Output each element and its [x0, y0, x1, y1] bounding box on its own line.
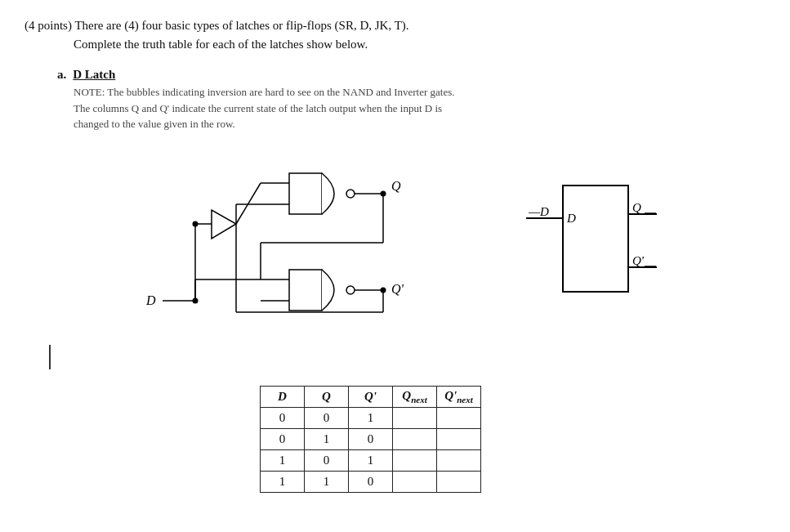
table-cell: 1 — [261, 471, 305, 492]
q-label: Q — [391, 179, 401, 193]
simple-block-diagram: D — D Q — Q' — — [522, 169, 661, 316]
svg-point-17 — [380, 190, 386, 196]
svg-marker-19 — [212, 210, 236, 239]
table-cell — [437, 449, 481, 471]
note-line1: NOTE: The bubbles indicating inversion a… — [74, 84, 629, 101]
note-line2: The columns Q and Q' indicate the curren… — [74, 101, 629, 117]
table-cell — [393, 471, 437, 492]
next-sub-1: next — [411, 395, 427, 405]
table-cell: 0 — [305, 449, 349, 471]
svg-text:D: D — [539, 205, 549, 218]
truth-table-wrapper: D Q Q' Qnext Q'next 001010101110 — [0, 386, 765, 493]
sidebar-marker — [49, 345, 765, 369]
table-cell: 0 — [305, 407, 349, 428]
svg-text:—: — — [644, 206, 657, 218]
table-cell: 0 — [261, 407, 305, 428]
table-cell — [437, 407, 481, 428]
svg-rect-5 — [289, 270, 322, 311]
table-cell — [393, 407, 437, 428]
col-header-qp: Q' — [349, 386, 393, 407]
qprime-label: Q' — [391, 282, 404, 296]
svg-line-20 — [236, 183, 261, 224]
table-cell: 0 — [349, 428, 393, 449]
d-input-label: D — [145, 293, 156, 307]
svg-point-6 — [346, 286, 355, 294]
svg-text:Q': Q' — [632, 254, 645, 267]
svg-rect-28 — [563, 186, 628, 292]
question-header: (4 points) There are (4) four basic type… — [25, 16, 765, 53]
truth-table: D Q Q' Qnext Q'next 001010101110 — [260, 386, 481, 493]
svg-text:Q: Q — [632, 201, 641, 214]
table-row: 010 — [261, 428, 481, 449]
table-cell: 1 — [261, 449, 305, 471]
svg-text:—: — — [644, 259, 657, 271]
note-line3: changed to the value given in the row. — [74, 116, 629, 132]
diagram-area: Q Q' D D — D Q — [25, 149, 765, 337]
next-sub-2: next — [457, 395, 473, 405]
circuit-diagram: Q Q' D — [130, 149, 473, 337]
table-row: 110 — [261, 471, 481, 492]
table-cell: 1 — [305, 471, 349, 492]
part-a-title: D Latch — [73, 68, 115, 82]
part-a-label: a. — [57, 68, 66, 82]
question-line2: Complete the truth table for each of the… — [74, 35, 765, 54]
table-cell — [437, 428, 481, 449]
col-header-qpnext: Q'next — [437, 386, 481, 407]
table-cell: 0 — [349, 471, 393, 492]
svg-point-1 — [346, 190, 355, 198]
table-cell — [393, 449, 437, 471]
svg-point-18 — [380, 287, 386, 293]
svg-text:D: D — [566, 212, 576, 225]
svg-point-27 — [192, 221, 198, 226]
table-row: 001 — [261, 407, 481, 428]
col-header-q: Q — [305, 386, 349, 407]
question-line1: (4 points) There are (4) four basic type… — [25, 16, 765, 35]
table-row: 101 — [261, 449, 481, 471]
table-cell: 1 — [349, 407, 393, 428]
table-cell: 0 — [261, 428, 305, 449]
svg-text:—: — — [528, 206, 541, 218]
table-cell — [393, 428, 437, 449]
table-cell — [437, 471, 481, 492]
table-cell: 1 — [305, 428, 349, 449]
svg-rect-0 — [289, 173, 322, 214]
col-header-d: D — [261, 386, 305, 407]
col-header-qnext: Qnext — [393, 386, 437, 407]
table-cell: 1 — [349, 449, 393, 471]
